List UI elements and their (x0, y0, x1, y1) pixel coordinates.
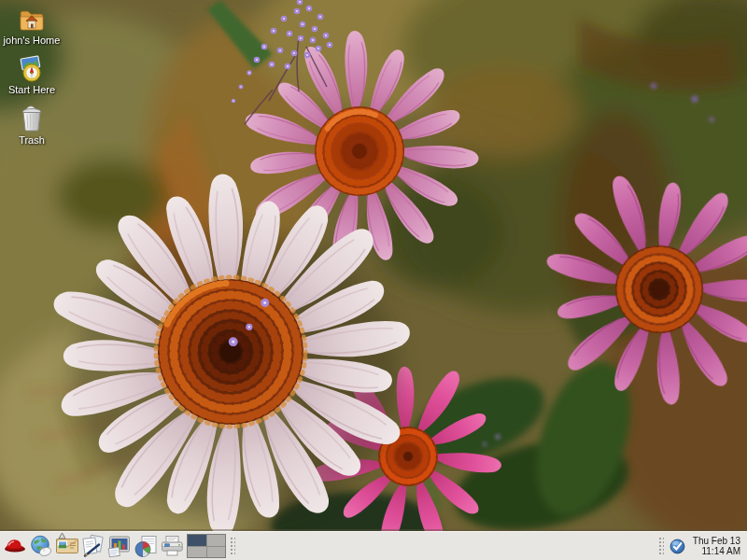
desktop-icon-start-here[interactable]: Start Here (0, 54, 63, 95)
documents-pen-icon (81, 534, 106, 558)
workspace-cell-2[interactable] (207, 535, 226, 546)
clock-time: 11:14 AM (693, 546, 740, 557)
gnome-panel: Thu Feb 13 11:14 AM (0, 531, 747, 560)
clock-date: Thu Feb 13 (693, 536, 740, 547)
pie-chart-document-icon (134, 535, 158, 558)
desktop-icon-johns-home[interactable]: john's Home (0, 5, 63, 46)
drawer-arrow-icon (58, 532, 66, 539)
panel-handle[interactable] (229, 536, 235, 556)
trash-can-icon (17, 104, 47, 133)
print-manager-launcher[interactable] (159, 533, 185, 560)
desktop-icon-label: Start Here (8, 84, 55, 95)
desktop-icon-label: john's Home (4, 35, 61, 46)
blue-check-circle-icon (669, 539, 685, 554)
desktop-icon-column: john's Home Start Here (0, 5, 63, 146)
printer-icon (160, 535, 185, 557)
workspace-cell-1[interactable] (188, 535, 206, 546)
desktop-icon-label: Trash (19, 134, 45, 146)
main-menu-button[interactable] (2, 533, 28, 560)
bar-chart-screen-icon (107, 535, 132, 558)
workspace-cell-4[interactable] (207, 547, 226, 558)
desktop-icon-trash[interactable]: Trash (0, 104, 63, 146)
spreadsheet-launcher[interactable] (133, 533, 159, 560)
workspace-cell-3[interactable] (188, 547, 206, 558)
desktop: john's Home Start Here (0, 0, 747, 560)
presentation-launcher[interactable] (106, 533, 133, 560)
web-browser-launcher[interactable] (28, 533, 54, 560)
redhat-fedora-icon (3, 534, 27, 558)
workspace-switcher[interactable] (187, 534, 226, 558)
notification-area-handle[interactable] (657, 536, 664, 556)
clock-applet[interactable]: Thu Feb 13 11:14 AM (689, 536, 745, 557)
globe-mouse-icon (29, 534, 53, 558)
update-notifier-button[interactable] (669, 537, 687, 555)
start-here-compass-icon (17, 54, 47, 82)
word-processor-launcher[interactable] (80, 533, 106, 560)
home-folder-icon (17, 5, 47, 33)
wallpaper-coneflower-photo (0, 0, 747, 560)
